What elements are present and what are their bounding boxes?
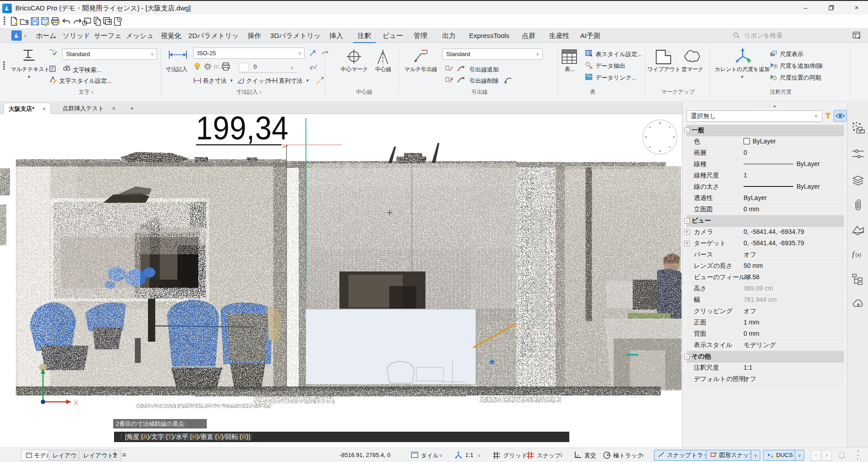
svg-text:X: X (74, 399, 78, 406)
svg-text:f: f (852, 250, 855, 258)
svg-text:(x): (x) (855, 252, 861, 257)
svg-text:199,34: 199,34 (196, 114, 289, 147)
